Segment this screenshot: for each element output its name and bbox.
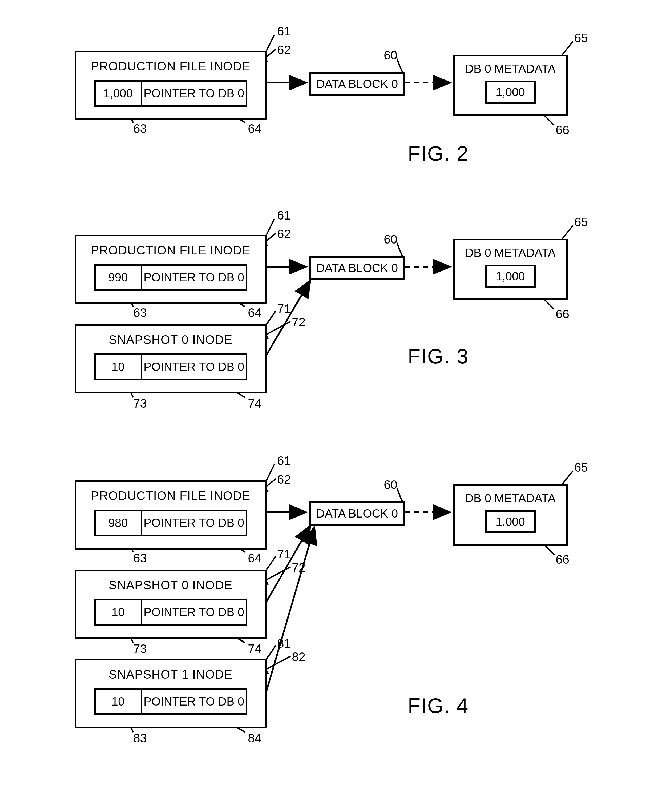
ref-60: 60 — [384, 48, 397, 63]
snapshot-0-inode: SNAPSHOT 0 INODE 10 POINTER TO DB 0 — [75, 569, 266, 639]
pointer-field: POINTER TO DB 0 — [141, 80, 247, 107]
diagram-canvas: PRODUCTION FILE INODE 1,000 POINTER TO D… — [0, 0, 650, 812]
ref-82: 82 — [292, 650, 305, 664]
inode-title: SNAPSHOT 0 INODE — [76, 333, 265, 347]
ref-64: 64 — [248, 305, 262, 320]
production-file-inode: PRODUCTION FILE INODE 990 POINTER TO DB … — [75, 235, 266, 304]
ref-65: 65 — [574, 31, 588, 45]
ref-64: 64 — [248, 551, 262, 565]
ref-62: 62 — [277, 43, 291, 57]
inode-title: PRODUCTION FILE INODE — [76, 59, 265, 73]
ref-60: 60 — [384, 232, 397, 246]
metadata-title: DB 0 METADATA — [455, 246, 566, 259]
pointer-field: POINTER TO DB 0 — [141, 353, 247, 380]
db-metadata: DB 0 METADATA 1,000 — [453, 484, 568, 545]
weight-field: 980 — [94, 510, 141, 536]
figure-label: FIG. 2 — [408, 141, 469, 166]
db-metadata: DB 0 METADATA 1,000 — [453, 55, 568, 116]
inode-fields: 1,000 POINTER TO DB 0 — [76, 80, 265, 107]
production-file-inode: PRODUCTION FILE INODE 1,000 POINTER TO D… — [75, 51, 266, 120]
db-metadata: DB 0 METADATA 1,000 — [453, 239, 568, 300]
metadata-value: 1,000 — [485, 265, 536, 288]
ref-71: 71 — [277, 547, 291, 561]
ref-63: 63 — [133, 551, 147, 565]
ref-65: 65 — [574, 215, 588, 229]
ref-74: 74 — [248, 396, 262, 411]
ref-73: 73 — [133, 396, 147, 411]
ref-62: 62 — [277, 227, 291, 241]
ref-66: 66 — [556, 552, 569, 566]
ref-63: 63 — [133, 305, 147, 320]
ref-62: 62 — [277, 472, 291, 487]
ref-66: 66 — [556, 307, 569, 321]
metadata-title: DB 0 METADATA — [455, 62, 566, 75]
data-block: DATA BLOCK 0 — [309, 72, 405, 96]
data-block: DATA BLOCK 0 — [309, 256, 405, 280]
ref-71: 71 — [277, 301, 291, 316]
weight-field: 10 — [94, 353, 141, 380]
data-block: DATA BLOCK 0 — [309, 502, 405, 525]
ref-74: 74 — [248, 641, 262, 656]
inode-fields: 980 POINTER TO DB 0 — [76, 510, 265, 536]
ref-61: 61 — [277, 208, 291, 223]
inode-fields: 10 POINTER TO DB 0 — [76, 688, 265, 715]
ref-84: 84 — [248, 731, 262, 745]
ref-81: 81 — [277, 636, 291, 650]
inode-title: SNAPSHOT 0 INODE — [76, 578, 265, 592]
pointer-field: POINTER TO DB 0 — [141, 599, 247, 626]
ref-65: 65 — [574, 460, 588, 475]
ref-60: 60 — [384, 478, 397, 492]
figure-label: FIG. 4 — [408, 694, 469, 718]
snapshot-0-inode: SNAPSHOT 0 INODE 10 POINTER TO DB 0 — [75, 324, 266, 394]
weight-field: 1,000 — [94, 80, 141, 107]
pointer-field: POINTER TO DB 0 — [141, 510, 247, 536]
ref-66: 66 — [556, 123, 569, 137]
weight-field: 990 — [94, 264, 141, 291]
ref-72: 72 — [292, 315, 305, 329]
production-file-inode: PRODUCTION FILE INODE 980 POINTER TO DB … — [75, 480, 266, 549]
weight-field: 10 — [94, 688, 141, 715]
weight-field: 10 — [94, 599, 141, 626]
inode-title: PRODUCTION FILE INODE — [76, 243, 265, 257]
metadata-value: 1,000 — [485, 81, 536, 104]
inode-fields: 10 POINTER TO DB 0 — [76, 353, 265, 380]
inode-title: PRODUCTION FILE INODE — [76, 488, 265, 503]
ref-83: 83 — [133, 731, 147, 745]
metadata-title: DB 0 METADATA — [455, 491, 566, 505]
ref-61: 61 — [277, 453, 291, 468]
inode-title: SNAPSHOT 1 INODE — [76, 667, 265, 682]
pointer-field: POINTER TO DB 0 — [141, 264, 247, 291]
ref-73: 73 — [133, 641, 147, 656]
ref-63: 63 — [133, 121, 147, 136]
figure-label: FIG. 3 — [408, 344, 469, 368]
pointer-field: POINTER TO DB 0 — [141, 688, 247, 715]
inode-fields: 990 POINTER TO DB 0 — [76, 264, 265, 291]
metadata-value: 1,000 — [485, 510, 536, 533]
ref-72: 72 — [292, 560, 305, 575]
snapshot-1-inode: SNAPSHOT 1 INODE 10 POINTER TO DB 0 — [75, 659, 266, 728]
ref-61: 61 — [277, 24, 291, 38]
ref-64: 64 — [248, 121, 262, 136]
inode-fields: 10 POINTER TO DB 0 — [76, 599, 265, 626]
